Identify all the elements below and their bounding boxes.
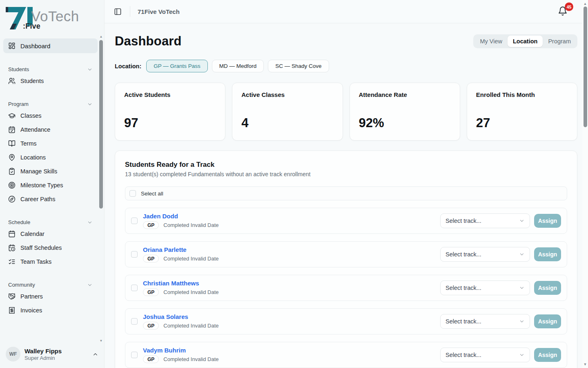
sidebar-item-label: Students: [20, 78, 44, 84]
track-select-dropdown[interactable]: Select track...: [440, 314, 530, 329]
track-select-dropdown[interactable]: Select track...: [440, 348, 530, 362]
sidebar-item-label: Career Paths: [20, 196, 55, 202]
page-scrollbar[interactable]: ▲ ▼: [582, 0, 588, 368]
sidebar-section-students[interactable]: Students: [3, 64, 98, 74]
track-select-placeholder: Select track...: [445, 218, 481, 224]
tab-program[interactable]: Program: [543, 36, 576, 47]
track-select-dropdown[interactable]: Select track...: [440, 247, 530, 262]
sidebar-item-label: Dashboard: [20, 43, 50, 49]
sidebar-item-students[interactable]: Students: [3, 74, 98, 88]
stat-card-attendance-rate: Attendance Rate 92%: [350, 83, 460, 141]
chip-medford[interactable]: MD — Medford: [212, 60, 264, 72]
brand-logo: :Five VoTech: [0, 0, 104, 35]
notification-count-badge: 45: [565, 2, 573, 11]
handshake-icon: [8, 293, 16, 300]
sidebar-item-label: Team Tasks: [20, 258, 51, 265]
sidebar-item-label: Locations: [20, 154, 46, 161]
student-checkbox[interactable]: [131, 318, 138, 325]
sidebar-item-terms[interactable]: Terms: [3, 137, 98, 150]
assign-button[interactable]: Assign: [534, 348, 561, 362]
student-name-link[interactable]: Vadym Buhrim: [143, 347, 218, 354]
chevron-down-icon: [519, 285, 525, 291]
students-ready-section: Students Ready for a Track 13 student(s)…: [115, 150, 577, 368]
sidebar-item-label: Partners: [20, 293, 43, 300]
section-title: Students Ready for a Track: [125, 161, 567, 169]
assign-button[interactable]: Assign: [534, 214, 561, 228]
student-checkbox[interactable]: [131, 352, 138, 358]
assign-button[interactable]: Assign: [534, 281, 561, 295]
target-icon: [8, 182, 16, 189]
scroll-up-arrow-icon[interactable]: ▲: [582, 1, 588, 7]
sidebar-item-career-paths[interactable]: Career Paths: [3, 192, 98, 206]
sidebar-item-label: Classes: [20, 112, 42, 119]
student-name-link[interactable]: Joshua Solares: [143, 313, 218, 320]
page-scrollbar-thumb[interactable]: [584, 7, 587, 127]
select-all-checkbox[interactable]: [129, 190, 136, 197]
sidebar-item-attendance[interactable]: Attendance: [3, 123, 98, 137]
sidebar-item-invoices[interactable]: Invoices: [3, 303, 98, 317]
user-role: Super Admin: [24, 355, 62, 361]
sidebar-scrollbar-thumb[interactable]: [99, 40, 103, 209]
sidebar-item-partners[interactable]: Partners: [3, 289, 98, 303]
sidebar-item-dashboard[interactable]: Dashboard: [3, 38, 98, 53]
student-name-link[interactable]: Jaden Dodd: [143, 213, 218, 220]
track-select-dropdown[interactable]: Select track...: [440, 213, 530, 228]
user-menu[interactable]: WF Walley Fipps Super Admin: [0, 342, 104, 368]
stat-value: 4: [241, 116, 333, 130]
sidebar-item-calendar[interactable]: Calendar: [3, 227, 98, 241]
dashboard-content: Dashboard My View Location Program Locat…: [105, 23, 588, 368]
student-row: Joshua Solares GP Completed Invalid Date…: [125, 308, 567, 334]
sidebar-section-community[interactable]: Community: [3, 279, 98, 289]
student-checkbox[interactable]: [131, 218, 138, 224]
student-name-link[interactable]: Oriana Parlette: [143, 246, 218, 253]
list-checks-icon: [8, 258, 16, 265]
chevron-down-icon: [519, 352, 525, 358]
track-select-placeholder: Select track...: [445, 352, 481, 358]
tab-location[interactable]: Location: [508, 36, 543, 47]
sidebar-item-label: Staff Schedules: [20, 245, 62, 251]
tab-my-view[interactable]: My View: [474, 36, 508, 47]
student-checkbox[interactable]: [131, 285, 138, 291]
chevron-down-icon: [87, 282, 93, 288]
calendar-icon: [8, 230, 16, 238]
sidebar-scrollbar[interactable]: ▲ ▼: [98, 34, 104, 343]
track-select-placeholder: Select track...: [445, 318, 481, 325]
location-badge: GP: [143, 288, 159, 296]
chevron-down-icon: [519, 251, 525, 257]
sidebar-toggle-button[interactable]: [111, 5, 124, 18]
sidebar-section-program[interactable]: Program: [3, 99, 98, 109]
sidebar-item-milestone-types[interactable]: Milestone Types: [3, 178, 98, 192]
student-status: Completed Invalid Date: [163, 289, 218, 295]
panel-left-icon: [114, 8, 122, 16]
stat-card-active-students: Active Students 97: [115, 83, 225, 141]
student-name-link[interactable]: Christian Matthews: [143, 280, 218, 287]
stat-title: Attendance Rate: [359, 91, 451, 98]
location-badge: GP: [143, 221, 159, 229]
sidebar-item-staff-schedules[interactable]: Staff Schedules: [3, 241, 98, 255]
app-window: :Five VoTech Dashboard Students Students…: [0, 0, 588, 368]
scroll-up-arrow-icon[interactable]: ▲: [98, 34, 104, 39]
sidebar-section-schedule[interactable]: Schedule: [3, 217, 98, 227]
assign-button[interactable]: Assign: [534, 247, 561, 261]
sidebar: :Five VoTech Dashboard Students Students…: [0, 0, 105, 368]
track-select-placeholder: Select track...: [445, 251, 481, 258]
sidebar-item-manage-skills[interactable]: Manage Skills: [3, 164, 98, 178]
scroll-down-arrow-icon[interactable]: ▼: [582, 361, 588, 367]
student-row: Vadym Buhrim GP Completed Invalid Date S…: [125, 342, 567, 368]
track-select-dropdown[interactable]: Select track...: [440, 280, 530, 295]
student-row: Oriana Parlette GP Completed Invalid Dat…: [125, 241, 567, 267]
location-badge: GP: [143, 322, 159, 330]
sidebar-item-locations[interactable]: Locations: [3, 150, 98, 164]
chip-shady-cove[interactable]: SC — Shady Cove: [268, 60, 329, 72]
chip-grants-pass[interactable]: GP — Grants Pass: [146, 60, 208, 72]
student-row: Christian Matthews GP Completed Invalid …: [125, 275, 567, 301]
book-open-icon: [8, 140, 16, 147]
view-toggle: My View Location Program: [473, 34, 577, 48]
assign-button[interactable]: Assign: [534, 314, 561, 328]
user-name: Walley Fipps: [24, 348, 62, 355]
student-checkbox[interactable]: [131, 251, 138, 258]
topbar: 71Five VoTech 45: [105, 0, 588, 23]
notifications-button[interactable]: 45: [558, 6, 568, 17]
sidebar-item-team-tasks[interactable]: Team Tasks: [3, 255, 98, 269]
sidebar-item-classes[interactable]: Classes: [3, 109, 98, 123]
